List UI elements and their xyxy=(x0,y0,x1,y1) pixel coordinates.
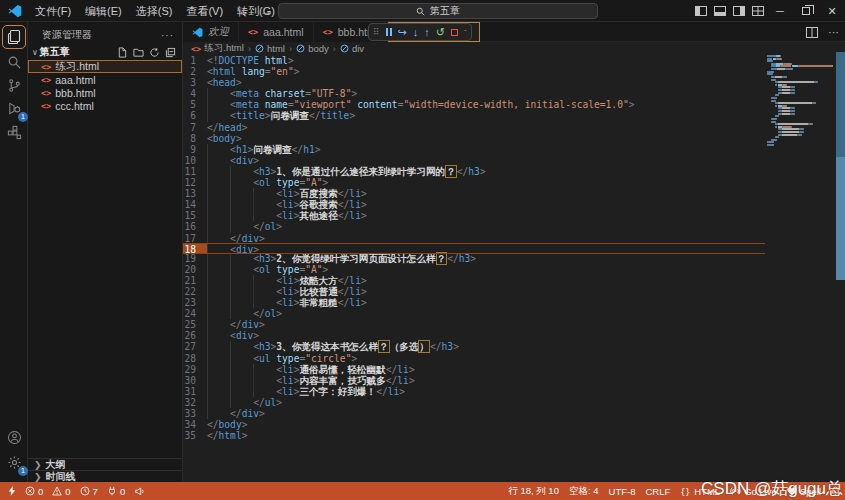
toggle-panel-icon[interactable] xyxy=(710,0,729,22)
code-line-20[interactable]: 20<ol type="A"> xyxy=(183,264,765,275)
code-line-13[interactable]: 13<li>百度搜索</li> xyxy=(183,188,765,199)
line-number[interactable]: 18 xyxy=(183,244,207,253)
code-line-8[interactable]: 8<body> xyxy=(183,133,765,144)
new-file-icon[interactable] xyxy=(117,47,128,58)
panel-大纲[interactable]: ❯大纲 xyxy=(28,458,182,470)
panel-时间线[interactable]: ❯时间线 xyxy=(28,470,182,482)
line-number[interactable]: 25 xyxy=(183,319,207,330)
more-actions-icon[interactable]: ··· xyxy=(161,30,174,41)
command-center-search[interactable]: 第五章 xyxy=(278,3,598,19)
activity-source-control-icon[interactable] xyxy=(2,73,26,97)
code-line-7[interactable]: 7</head> xyxy=(183,122,765,133)
step-into-button[interactable]: ↓ xyxy=(413,23,419,41)
back-arrow-icon[interactable]: ← xyxy=(238,4,250,18)
line-number[interactable]: 35 xyxy=(183,430,207,441)
line-number[interactable]: 13 xyxy=(183,188,207,199)
code-line-16[interactable]: 16</ol> xyxy=(183,221,765,232)
line-number[interactable]: 10 xyxy=(183,155,207,166)
line-number[interactable]: 20 xyxy=(183,264,207,275)
activity-explorer-icon[interactable] xyxy=(2,25,26,49)
scrollbar[interactable] xyxy=(836,52,845,280)
code-line-23[interactable]: 23<li>非常粗糙</li> xyxy=(183,297,765,308)
customize-layout-icon[interactable] xyxy=(748,0,767,22)
tab-欢迎[interactable]: 欢迎 xyxy=(183,22,239,42)
line-number[interactable]: 3 xyxy=(183,77,207,88)
code-line-21[interactable]: 21<li>炫酷大方</li> xyxy=(183,275,765,286)
file-item[interactable]: <>aaa.html xyxy=(28,73,182,86)
code-line-18[interactable]: 18<div> xyxy=(183,243,765,254)
code-line-32[interactable]: 32</ul> xyxy=(183,397,765,408)
code-line-27[interactable]: 27<h3>3、你觉得这本书怎么样？（多选）</h3> xyxy=(183,341,765,352)
status-right-broadcast[interactable]: Go Live xyxy=(730,486,777,497)
line-number[interactable]: 7 xyxy=(183,122,207,133)
status-right-item-0[interactable]: 行 18, 列 10 xyxy=(508,485,559,498)
activity-settings-icon[interactable]: 1 xyxy=(2,450,26,474)
minimize-button[interactable]: ─ xyxy=(767,0,793,22)
code-line-24[interactable]: 24</ol> xyxy=(183,308,765,319)
restore-button[interactable] xyxy=(793,0,819,22)
restart-button[interactable]: ↺ xyxy=(436,23,445,41)
line-number[interactable]: 1 xyxy=(183,55,207,66)
code-line-9[interactable]: 9<h1>问卷调查</h1> xyxy=(183,144,765,155)
line-number[interactable]: 32 xyxy=(183,397,207,408)
step-out-button[interactable]: ↑ xyxy=(424,23,430,41)
file-item[interactable]: <>bbb.html xyxy=(28,86,182,99)
status-left-bolt[interactable] xyxy=(8,486,16,496)
line-number[interactable]: 28 xyxy=(183,353,207,364)
status-left-plug[interactable]: 0 xyxy=(107,486,125,497)
line-number[interactable]: 14 xyxy=(183,199,207,210)
line-number[interactable]: 23 xyxy=(183,297,207,308)
activity-extensions-icon[interactable] xyxy=(2,120,26,144)
toggle-sidebar-icon[interactable] xyxy=(691,0,710,22)
status-right-bell[interactable] xyxy=(831,486,840,496)
close-button[interactable]: ✕ xyxy=(819,0,845,22)
stop-button[interactable] xyxy=(451,29,458,36)
folder-section-header[interactable]: ∨ 第五章 xyxy=(28,44,182,60)
step-over-button[interactable]: ↪ xyxy=(398,23,407,41)
code-line-11[interactable]: 11<h3>1、你是通过什么途径来到绿叶学习网的？</h3> xyxy=(183,166,765,177)
line-number[interactable]: 2 xyxy=(183,66,207,77)
status-left-megaphone[interactable] xyxy=(134,486,145,496)
menu-item-3[interactable]: 查看(V) xyxy=(179,0,230,22)
split-editor-icon[interactable] xyxy=(806,27,818,38)
file-item[interactable]: <>练习.html xyxy=(28,60,182,73)
line-number[interactable]: 27 xyxy=(183,341,207,352)
status-right-braces[interactable]: {}HTML xyxy=(680,486,720,497)
activity-run-debug-icon[interactable]: 1 xyxy=(2,96,26,120)
toggle-secondary-sidebar-icon[interactable] xyxy=(729,0,748,22)
status-right-item-1[interactable]: 空格: 4 xyxy=(569,485,599,498)
line-number[interactable]: 6 xyxy=(183,110,207,121)
new-folder-icon[interactable] xyxy=(133,47,144,58)
line-number[interactable]: 12 xyxy=(183,177,207,188)
line-number[interactable]: 29 xyxy=(183,364,207,375)
drag-handle-icon[interactable]: ⠿ xyxy=(373,23,380,41)
code-line-1[interactable]: 1<!DOCTYPE html> xyxy=(183,55,765,66)
line-number[interactable]: 5 xyxy=(183,99,207,110)
code-line-25[interactable]: 25</div> xyxy=(183,319,765,330)
code-line-2[interactable]: 2<html lang="en"> xyxy=(183,66,765,77)
line-number[interactable]: 31 xyxy=(183,386,207,397)
activity-search-icon[interactable] xyxy=(2,50,26,74)
menu-item-2[interactable]: 选择(S) xyxy=(129,0,180,22)
refresh-icon[interactable] xyxy=(149,47,160,58)
chevron-down-icon[interactable]: ˇ xyxy=(464,28,467,37)
code-line-3[interactable]: 3<head> xyxy=(183,77,765,88)
activity-account-icon[interactable] xyxy=(2,425,26,449)
code-line-28[interactable]: 28<ul type="circle"> xyxy=(183,353,765,364)
code-line-4[interactable]: 4<meta charset="UTF-8"> xyxy=(183,88,765,99)
line-number[interactable]: 22 xyxy=(183,286,207,297)
line-number[interactable]: 34 xyxy=(183,419,207,430)
breadcrumb-item-div[interactable]: div xyxy=(340,43,364,54)
code-line-12[interactable]: 12<ol type="A"> xyxy=(183,177,765,188)
breadcrumb-item-body[interactable]: body xyxy=(296,43,329,54)
code-editor[interactable]: 1<!DOCTYPE html>2<html lang="en">3<head>… xyxy=(183,55,765,441)
code-line-10[interactable]: 10<div> xyxy=(183,155,765,166)
status-left-clock[interactable]: 7 xyxy=(80,486,98,497)
collapse-all-icon[interactable] xyxy=(165,47,176,58)
editor-more-actions-icon[interactable]: ··· xyxy=(828,26,839,38)
status-left-error[interactable]: 0 xyxy=(25,486,43,497)
code-line-31[interactable]: 31<li>三个字：好到爆！</li> xyxy=(183,386,765,397)
code-line-19[interactable]: 19<h3>2、你觉得绿叶学习网页面设计怎么样？</h3> xyxy=(183,253,765,264)
code-line-22[interactable]: 22<li>比较普通</li> xyxy=(183,286,765,297)
line-number[interactable]: 26 xyxy=(183,330,207,341)
